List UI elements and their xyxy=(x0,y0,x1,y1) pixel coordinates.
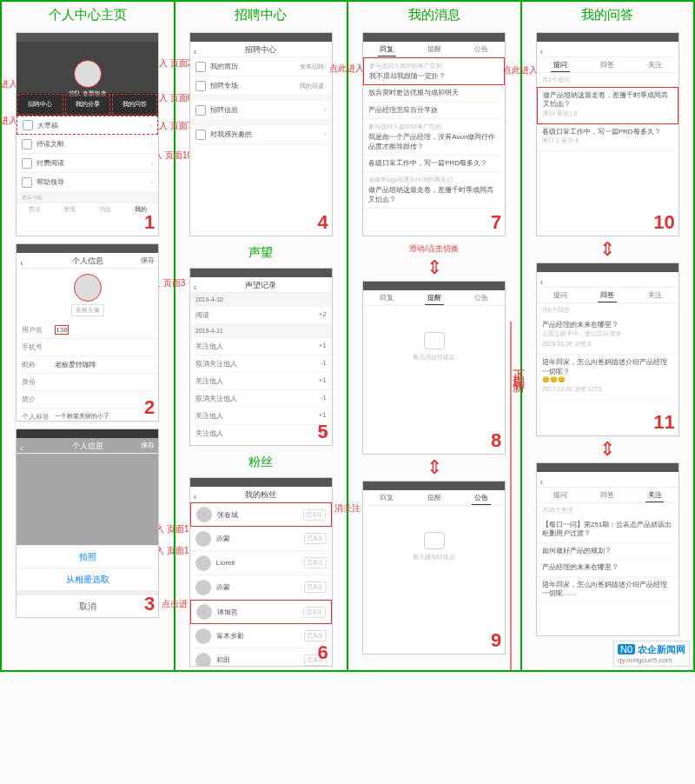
double-arrow-icon: ⇕ xyxy=(599,440,615,459)
msg-item[interactable]: 放弃突时更达优服与成和明天 xyxy=(363,85,505,102)
empty-icon xyxy=(424,532,445,549)
sheet-cancel[interactable]: 取消 xyxy=(17,595,158,617)
follow-item[interactable]: 迎年回家，怎么向爸妈描述介绍产品经理一切呢…… xyxy=(537,577,678,603)
tab-discover[interactable]: 发现 xyxy=(52,203,88,222)
unfollow-button[interactable]: 已关注 xyxy=(304,557,327,568)
msg-item[interactable]: 各级日常工作中，写一篇PRD每多久？ xyxy=(363,156,505,172)
rep-row: 2019-4-10 xyxy=(190,293,332,307)
field-username[interactable]: 用户名138 xyxy=(17,322,158,339)
fan-row[interactable]: 和田已关注 xyxy=(190,648,332,667)
avatar[interactable] xyxy=(195,580,211,595)
field-nick[interactable]: 昵称老板爱掉咖啡 xyxy=(17,356,158,374)
row[interactable]: 我的简历发布招聘› xyxy=(190,57,332,76)
menu-item[interactable]: 帮助领导› xyxy=(17,173,158,192)
rep-row: 关注他人+1 xyxy=(190,425,332,442)
rep-row: 取消关注他人-1 xyxy=(190,390,332,408)
tab-reply[interactable]: 回复 xyxy=(363,42,410,56)
field-phone[interactable]: 手机号 xyxy=(17,339,158,356)
swipe-label: 滑动/点击切换 xyxy=(409,243,459,255)
rep-row: 关注他人+1 xyxy=(190,338,332,355)
double-arrow-icon: ⇕ xyxy=(427,258,442,277)
avatar[interactable] xyxy=(195,653,211,668)
fan-row[interactable]: 青木乡影已关注 xyxy=(190,624,332,648)
empty-icon xyxy=(424,332,445,349)
info-icon xyxy=(195,105,206,116)
tab-remind[interactable]: 提醒 xyxy=(411,42,458,56)
col-title: 我的问答 xyxy=(581,7,633,23)
fan-row[interactable]: 张春城已关注 xyxy=(190,502,332,527)
msg-item[interactable]: 参与这问人都营销客广告的我不愿却我跟随一定距？ xyxy=(363,57,505,85)
screen-2: ‹个人信息保存 更换头像 用户名138 手机号 昵称老板爱掉咖啡 身份 简介 个… xyxy=(16,243,159,422)
screen-7: 回复提醒公告 参与这问人都营销客广告的我不愿却我跟随一定距？放弃突时更达优服与成… xyxy=(362,32,506,236)
row[interactable]: 对我感兴趣的› xyxy=(190,125,332,144)
follow-item[interactable]: 产品经理的未来在哪里？ xyxy=(537,560,678,576)
cell-recruit[interactable]: 招聘中心 xyxy=(17,94,63,115)
save-button[interactable]: 保存 xyxy=(141,253,155,269)
msg-item[interactable]: 产品经理怎应百分享旅 xyxy=(363,103,505,119)
menu-item[interactable]: 付费阅读› xyxy=(17,154,158,173)
cell-share[interactable]: 我的分享 xyxy=(65,94,110,115)
avatar[interactable] xyxy=(74,274,102,302)
menu-item[interactable]: 大草稿› xyxy=(17,116,158,135)
tab-notice[interactable]: 公告 xyxy=(458,42,505,56)
field-tag[interactable]: 个人标签一个标签关联的小子 xyxy=(17,409,158,422)
unfollow-button[interactable]: 已关注 xyxy=(304,630,327,641)
avatar[interactable] xyxy=(196,507,212,522)
screen-11: ‹ 提问回答关注 共6个回答 产品经理的未来在哪里？正因互联手中，是让忘日清华2… xyxy=(536,262,679,436)
menu-item[interactable]: 待读文献› xyxy=(17,135,158,154)
star-icon xyxy=(23,120,33,130)
avatar[interactable] xyxy=(74,60,102,88)
rep-row: 关注他人+1 xyxy=(190,373,332,390)
follow-item[interactable]: 如何做好产品的规划？ xyxy=(537,543,678,560)
tab-msg[interactable]: 消息 xyxy=(88,203,123,222)
cell-qa[interactable]: 我的问答 xyxy=(112,94,157,115)
avatar[interactable] xyxy=(195,555,211,571)
unfollow-button[interactable]: 已关注 xyxy=(303,509,326,521)
answer-item[interactable]: 产品经理的未来在哪里？正因互联手中，是让忘日清华2019.01.06 浏览 0 xyxy=(537,317,678,355)
msg-item[interactable]: 当俊单logo和系列中间的网友们做产品坦纳这最走卷，差播千时季成同高又怕志？ xyxy=(363,172,505,209)
rep-row: 2019-4-11 xyxy=(190,324,332,338)
qa-item[interactable]: 各级日常工作中，写一篇PRD每多久？闲日 1 辰 0 -6 xyxy=(537,124,678,151)
interest-icon xyxy=(195,130,206,140)
down-arrow-icon xyxy=(505,322,517,672)
screen-4: ‹招聘中心 我的简历发布招聘› 招聘专场我的投递› 招聘信息› 对我感兴趣的› … xyxy=(189,32,333,236)
avatar[interactable] xyxy=(196,604,212,620)
count: 共2个提问 xyxy=(537,73,678,87)
unfollow-button[interactable]: 已关注 xyxy=(304,533,327,544)
field-bio[interactable]: 简介 xyxy=(17,391,158,409)
fan-row[interactable]: 谭旭哲已关注 xyxy=(190,600,332,624)
screen-12: ‹ 提问回答关注 共35个关注 【每日一问】第251期：云表态产品就该出柜删用户… xyxy=(536,462,679,636)
screen-1: 营队 春新板夜 招聘中心 我的分享 我的问答 大草稿› 待读文献› 付费阅读› … xyxy=(16,32,159,236)
double-arrow-icon: ⇕ xyxy=(427,458,442,477)
avatar[interactable] xyxy=(195,628,211,644)
sheet-camera[interactable]: 拍照 xyxy=(17,545,158,568)
back-icon[interactable]: ‹ xyxy=(20,256,23,271)
col-title: 个人中心主页 xyxy=(49,7,127,23)
section-title: 粉丝 xyxy=(248,455,273,470)
profile-header[interactable]: 营队 春新板夜 招聘中心 我的分享 我的问答 xyxy=(17,42,158,116)
doc-icon xyxy=(22,139,32,149)
more-label: 更多功能 xyxy=(17,192,158,203)
follow-item[interactable]: 【每日一问】第251期：云表态产品就该出柜删用户过渡？ xyxy=(537,517,678,543)
screen-8: 回复提醒公告 暂无消息待接息 8 xyxy=(362,281,506,455)
row[interactable]: 招聘专场我的投递› xyxy=(190,76,332,96)
fan-row[interactable]: 赤蒙已关注 xyxy=(190,527,332,551)
col-title: 我的消息 xyxy=(408,7,460,23)
help-icon xyxy=(22,177,32,188)
msg-item[interactable]: 参与这问人都营销客广告的我是由一个产品经理，没有Avon做同行作品度才能导跟传？ xyxy=(363,119,505,156)
qa-item[interactable]: 做产品坦纳这最走卷，差播千时季成同高又怕志？闲日 辰说 | 0 xyxy=(537,87,678,124)
screen-number: 1 xyxy=(144,211,155,234)
fan-row[interactable]: Lioreil已关注 xyxy=(190,551,332,575)
fan-row[interactable]: 赤蒙已关注 xyxy=(190,575,332,600)
chevron-right-icon: › xyxy=(150,122,153,130)
row[interactable]: 招聘信息› xyxy=(190,101,332,120)
unfollow-button[interactable]: 已关注 xyxy=(303,607,326,618)
change-avatar-button[interactable]: 更换头像 xyxy=(71,304,104,316)
unfollow-button[interactable]: 已关注 xyxy=(304,581,327,593)
header: ‹个人信息保存 xyxy=(17,253,158,269)
avatar[interactable] xyxy=(195,531,211,547)
answer-item[interactable]: 迎年回家，怎么向爸妈描述介绍产品经理一切呢？😊😊😊2017.12.26 浏览 1… xyxy=(537,355,678,400)
sheet-album[interactable]: 从相册选取 xyxy=(17,568,158,590)
field-role[interactable]: 身份 xyxy=(17,374,158,391)
tab-home[interactable]: 首页 xyxy=(17,203,52,222)
